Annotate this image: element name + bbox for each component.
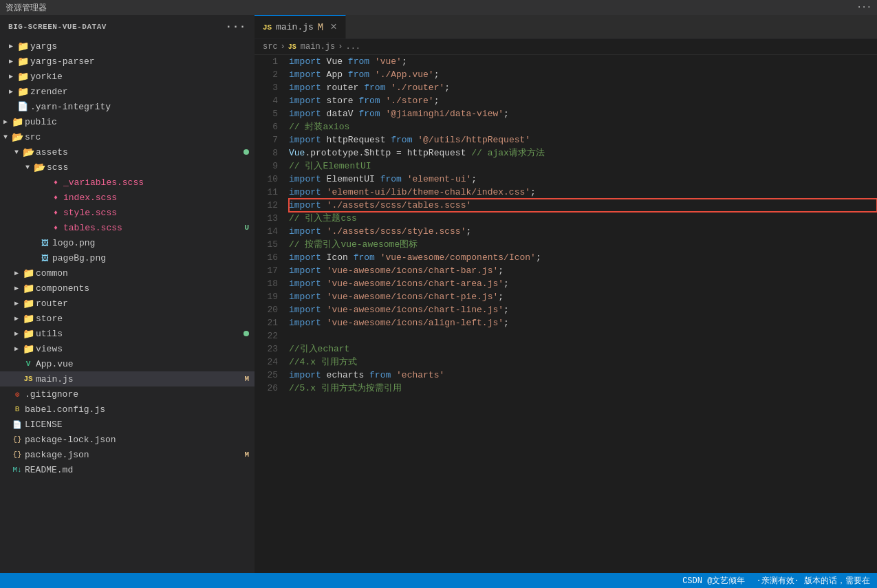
- code-editor[interactable]: 1import Vue from 'vue';2import App from …: [255, 55, 877, 573]
- tab-modified-badge: M: [318, 22, 323, 33]
- sidebar-item-public[interactable]: ▶ 📁 public: [0, 114, 255, 129]
- sidebar-item-index-scss[interactable]: ♦ index.scss: [0, 190, 255, 205]
- folder-icon: 📁: [22, 313, 34, 325]
- line-content: import 'element-ui/lib/theme-chalk/index…: [289, 186, 877, 199]
- tab-label: main.js: [276, 22, 314, 32]
- line-number: 10: [255, 173, 289, 186]
- babel-icon: B: [11, 405, 23, 413]
- sidebar-header: BIG-SCREEN-VUE-DATAV ···: [0, 15, 255, 39]
- code-line-2: 2import App from './App.vue';: [255, 68, 877, 81]
- chevron-right-icon: ▶: [11, 314, 22, 323]
- sidebar-item-tables-scss[interactable]: ♦ tables.scss U: [0, 220, 255, 235]
- sidebar-file-tree: ▶ 📁 yargs ▶ 📁 yargs-parser ▶ 📁 yorkie: [0, 39, 255, 573]
- js-icon: JS: [22, 375, 34, 383]
- sidebar-menu-button[interactable]: ···: [226, 21, 246, 33]
- sidebar-item-babel-config[interactable]: B babel.config.js: [0, 402, 255, 417]
- chevron-right-icon: ▶: [11, 345, 22, 353]
- code-line-10: 10import ElementUI from 'element-ui';: [255, 173, 877, 186]
- sidebar-item-store[interactable]: ▶ 📁 store: [0, 311, 255, 326]
- license-icon: 📄: [11, 420, 23, 429]
- line-content: // 按需引入vue-awesome图标: [289, 238, 877, 251]
- scss-icon: ♦: [50, 209, 62, 217]
- line-number: 7: [255, 133, 289, 146]
- sidebar-item-logo-png[interactable]: 🖼 logo.png: [0, 235, 255, 250]
- chevron-right-icon: ▶: [6, 57, 17, 65]
- code-line-5: 5import dataV from '@jiaminghi/data-view…: [255, 107, 877, 120]
- code-line-11: 11import 'element-ui/lib/theme-chalk/ind…: [255, 186, 877, 199]
- folder-open-icon: 📂: [33, 162, 45, 173]
- folder-icon: 📁: [17, 41, 29, 52]
- line-number: 2: [255, 68, 289, 81]
- sidebar-item-app-vue[interactable]: V App.vue: [0, 356, 255, 371]
- folder-icon: 📁: [17, 86, 29, 98]
- sidebar-item-yargs[interactable]: ▶ 📁 yargs: [0, 39, 255, 54]
- line-number: 22: [255, 329, 289, 342]
- line-number: 26: [255, 382, 289, 395]
- line-number: 14: [255, 225, 289, 238]
- scss-icon: ♦: [50, 224, 62, 232]
- line-number: 15: [255, 238, 289, 251]
- code-lines: 1import Vue from 'vue';2import App from …: [255, 55, 877, 395]
- sidebar-item-assets[interactable]: ▼ 📂 assets: [0, 144, 255, 160]
- sidebar-item-style-scss[interactable]: ♦ style.scss: [0, 205, 255, 220]
- sidebar-item-package-lock[interactable]: {} package-lock.json: [0, 432, 255, 447]
- sidebar-item-src[interactable]: ▼ 📂 src: [0, 129, 255, 144]
- line-content: import echarts from 'echarts': [289, 369, 877, 382]
- sidebar-item-common[interactable]: ▶ 📁 common: [0, 265, 255, 281]
- chevron-right-icon: ▶: [6, 42, 17, 50]
- breadcrumb: src › JS main.js › ...: [255, 39, 877, 55]
- sidebar-item-pagebg-png[interactable]: 🖼 pageBg.png: [0, 250, 255, 265]
- sidebar-item-components[interactable]: ▶ 📁 components: [0, 281, 255, 296]
- code-line-3: 3import router from './router';: [255, 81, 877, 94]
- png-icon: 🖼: [39, 239, 51, 248]
- tab-js-icon: JS: [263, 23, 272, 32]
- status-hint: ·亲测有效· 版本的话，需要在: [756, 575, 870, 587]
- line-number: 16: [255, 251, 289, 264]
- code-line-22: 22: [255, 329, 877, 342]
- sidebar-item-yargs-parser[interactable]: ▶ 📁 yargs-parser: [0, 54, 255, 69]
- line-number: 24: [255, 356, 289, 369]
- sidebar: BIG-SCREEN-VUE-DATAV ··· ▶ 📁 yargs ▶ 📁 y…: [0, 15, 255, 573]
- code-line-26: 26//5.x 引用方式为按需引用: [255, 382, 877, 395]
- sidebar-item-zrender[interactable]: ▶ 📁 zrender: [0, 84, 255, 99]
- sidebar-item-license[interactable]: 📄 LICENSE: [0, 417, 255, 432]
- line-number: 18: [255, 277, 289, 290]
- sidebar-item-variables-scss[interactable]: ♦ _variables.scss: [0, 175, 255, 190]
- code-line-24: 24//4.x 引用方式: [255, 356, 877, 369]
- line-number: 21: [255, 316, 289, 329]
- line-number: 6: [255, 120, 289, 133]
- sidebar-item-router[interactable]: ▶ 📁 router: [0, 296, 255, 311]
- sidebar-item-package-json[interactable]: {} package.json M: [0, 447, 255, 462]
- tab-main-js[interactable]: JS main.js M ×: [255, 15, 346, 39]
- line-content: //5.x 引用方式为按需引用: [289, 382, 877, 395]
- sidebar-item-views[interactable]: ▶ 📁 views: [0, 341, 255, 356]
- line-content: import dataV from '@jiaminghi/data-view'…: [289, 107, 877, 120]
- tab-close-button[interactable]: ×: [330, 21, 337, 34]
- sidebar-item-utils[interactable]: ▶ 📁 utils: [0, 326, 255, 341]
- scss-icon: ♦: [50, 179, 62, 186]
- titlebar-dots[interactable]: ···: [856, 3, 871, 12]
- folder-open-icon: 📂: [22, 146, 34, 158]
- titlebar: 资源管理器 ···: [0, 0, 877, 15]
- sidebar-item-readme[interactable]: M↓ README.md: [0, 462, 255, 477]
- line-content: import store from './store';: [289, 94, 877, 107]
- readme-icon: M↓: [11, 466, 23, 474]
- sidebar-item-gitignore[interactable]: ⚙ .gitignore: [0, 386, 255, 402]
- folder-icon: 📁: [22, 328, 34, 340]
- line-content: Vue.prototype.$http = httpRequest // aja…: [289, 146, 877, 160]
- line-number: 17: [255, 264, 289, 277]
- csdn-watermark: CSDN @文艺倾年: [682, 575, 745, 587]
- code-line-9: 9// 引入ElementUI: [255, 160, 877, 173]
- sidebar-item-scss[interactable]: ▼ 📂 scss: [0, 160, 255, 175]
- sidebar-item-yarn-integrity[interactable]: 📄 .yarn-integrity: [0, 99, 255, 114]
- sidebar-item-main-js[interactable]: JS main.js M: [0, 371, 255, 386]
- sidebar-item-yorkie[interactable]: ▶ 📁 yorkie: [0, 69, 255, 84]
- code-line-19: 19import 'vue-awesome/icons/chart-pie.js…: [255, 290, 877, 303]
- tab-bar: JS main.js M ×: [255, 15, 877, 39]
- line-content: //引入echart: [289, 342, 877, 356]
- code-line-8: 8Vue.prototype.$http = httpRequest // aj…: [255, 146, 877, 160]
- folder-icon: 📁: [17, 71, 29, 83]
- line-content: import App from './App.vue';: [289, 68, 877, 81]
- chevron-right-icon: ▶: [11, 284, 22, 292]
- chevron-down-icon: ▼: [11, 149, 22, 156]
